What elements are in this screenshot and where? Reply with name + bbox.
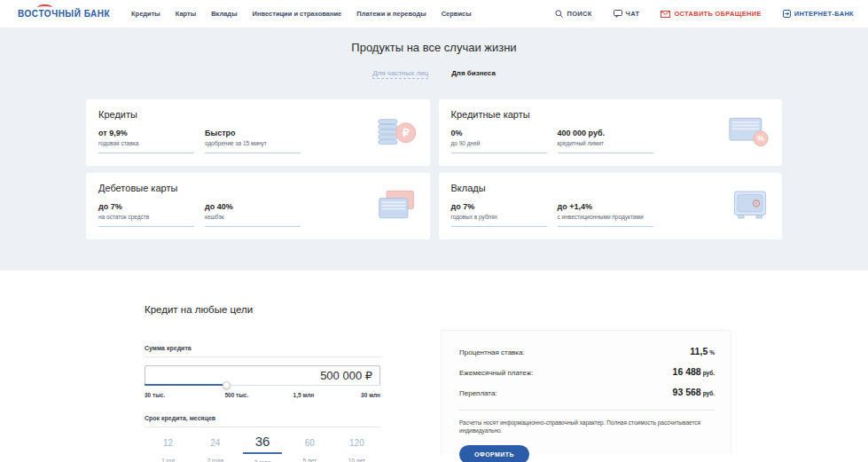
product-card-credit-cards[interactable]: Кредитные карты 0% до 90 дней 400 000 ру… <box>439 99 783 166</box>
product-card-credits[interactable]: Кредиты от 9,9% годовая ставка Быстро од… <box>86 99 430 166</box>
slider-fill <box>145 384 227 386</box>
overpayment-value: 93 568 <box>673 387 701 397</box>
amount-slider[interactable] <box>145 381 380 389</box>
summary-row-monthly-payment: Ежемесячный платеж: 16 488руб. <box>459 366 715 377</box>
card-stat: до 7% годовых в рублях <box>451 202 547 227</box>
card-title: Кредитные карты <box>451 109 770 120</box>
calculation-summary-panel: Процентная ставка: 11,5% Ежемесячный пла… <box>441 330 731 455</box>
card-stat: до 40% кешбэк <box>205 202 301 227</box>
stat-value: до 7% <box>98 202 194 211</box>
logo-arc: ТО <box>38 9 51 19</box>
term-option-36-selected[interactable]: 36 3 года <box>239 434 285 462</box>
top-nav: ВОСТОЧНЫЙ БАНК Кредиты Карты Вклады Инве… <box>0 0 868 27</box>
amount-label: Сумма кредита <box>145 345 380 357</box>
stat-caption: до 90 дней <box>451 140 547 146</box>
tab-individuals[interactable]: Для частных лиц <box>372 69 428 79</box>
card-stat: от 9,9% годовая ставка <box>98 129 194 153</box>
card-stat: Быстро одобрение за 15 минут <box>205 129 301 153</box>
stat-caption: кредитный лимит <box>558 140 653 146</box>
login-icon <box>783 10 791 18</box>
summary-divider <box>459 410 715 411</box>
products-title: Продукты на все случаи жизни <box>0 41 868 54</box>
chat-label: ЧАТ <box>626 10 640 18</box>
debit-cards-icon <box>377 190 418 223</box>
stat-value: до 40% <box>205 202 301 211</box>
term-options: 12 1 год 24 2 года 36 3 года 60 5 лет 12… <box>145 434 380 462</box>
logo-text-left: ВОС <box>18 9 38 19</box>
stat-caption: годовая ставка <box>98 140 194 146</box>
card-stat: до +1,4% с инвестиционными продуктами <box>558 202 653 227</box>
product-cards-grid: Кредиты от 9,9% годовая ставка Быстро од… <box>86 99 782 239</box>
product-card-deposits[interactable]: Вклады до 7% годовых в рублях до +1,4% с… <box>439 173 783 239</box>
chat-button[interactable]: ЧАТ <box>614 10 640 18</box>
term-label: Срок кредита, месяцев <box>145 415 380 427</box>
stat-value: Быстро <box>205 129 301 137</box>
search-icon <box>555 10 563 18</box>
stat-value: 400 000 руб. <box>558 129 653 137</box>
term-option-120[interactable]: 120 10 лет <box>333 434 380 462</box>
menu-item-deposits[interactable]: Вклады <box>211 10 237 18</box>
menu-item-credits[interactable]: Кредиты <box>131 10 160 18</box>
loan-calculator-section: Кредит на любые цели Сумма кредита 30 ты… <box>0 270 868 455</box>
term-option-12[interactable]: 12 1 год <box>145 434 192 462</box>
internet-bank-button[interactable]: ИНТЕРНЕТ-БАНК <box>783 10 854 18</box>
menu-item-investments[interactable]: Инвестиции и страхование <box>253 10 342 18</box>
stat-value: 0% <box>451 129 547 137</box>
calculator-title: Кредит на любые цели <box>145 304 253 315</box>
stat-caption: на остаток средств <box>98 214 194 220</box>
card-title: Дебетовые карты <box>98 183 418 193</box>
payment-value: 16 488 <box>673 366 701 377</box>
svg-text:₽: ₽ <box>402 127 409 139</box>
search-label: ПОИСК <box>567 10 591 18</box>
menu-item-services[interactable]: Сервисы <box>442 10 472 18</box>
rate-unit: % <box>709 349 715 356</box>
card-title: Вклады <box>451 183 770 193</box>
card-stat: 0% до 90 дней <box>451 129 547 153</box>
card-title: Кредиты <box>98 109 418 120</box>
products-section: Продукты на все случаи жизни Для частных… <box>0 27 868 270</box>
summary-row-overpayment: Переплата: 93 568руб. <box>459 387 715 397</box>
slider-handle[interactable] <box>223 381 231 389</box>
feedback-label: ОСТАВИТЬ ОБРАЩЕНИЕ <box>674 10 761 18</box>
scale-tick: 30 млн <box>361 392 380 398</box>
product-card-debit-cards[interactable]: Дебетовые карты до 7% на остаток средств… <box>86 173 430 239</box>
card-stat: 400 000 руб. кредитный лимит <box>558 129 653 153</box>
summary-row-rate: Процентная ставка: 11,5% <box>459 346 715 356</box>
credit-card-percent-icon: % <box>729 116 770 150</box>
calculation-disclaimer: Расчеты носят информационно-справочный х… <box>459 419 715 435</box>
scale-tick: 30 тыс. <box>145 392 165 398</box>
main-menu: Кредиты Карты Вклады Инвестиции и страхо… <box>131 10 472 18</box>
internet-bank-label: ИНТЕРНЕТ-БАНК <box>794 10 854 18</box>
menu-item-cards[interactable]: Карты <box>176 10 196 18</box>
stat-value: до 7% <box>451 202 547 211</box>
audience-tabs: Для частных лиц Для бизнеса <box>0 69 868 79</box>
svg-text:%: % <box>757 134 764 143</box>
tab-business[interactable]: Для бизнеса <box>451 69 496 77</box>
payment-unit: руб. <box>703 370 715 376</box>
stat-caption: с инвестиционными продуктами <box>558 214 653 220</box>
feedback-button[interactable]: ОСТАВИТЬ ОБРАЩЕНИЕ <box>661 10 761 18</box>
chat-icon <box>614 10 622 18</box>
envelope-icon <box>661 11 670 18</box>
scale-tick: 1,5 млн <box>293 392 315 398</box>
stat-caption: годовых в рублях <box>451 214 547 220</box>
overpayment-unit: руб. <box>703 390 715 396</box>
rate-value: 11,5 <box>690 346 708 356</box>
card-stat: до 7% на остаток средств <box>98 202 194 227</box>
logo-text-right: ЧНЫЙ БАНК <box>51 9 110 19</box>
stat-caption: кешбэк <box>205 214 301 220</box>
safe-icon <box>731 190 770 223</box>
calculator-controls: Сумма кредита 30 тыс. 500 тыс. 1,5 млн 3… <box>145 345 380 462</box>
apply-button[interactable]: ОФОРМИТЬ <box>459 445 529 462</box>
bank-logo[interactable]: ВОСТОЧНЫЙ БАНК <box>18 9 110 19</box>
stat-value: до +1,4% <box>558 202 653 211</box>
scale-tick: 500 тыс. <box>224 392 248 398</box>
header-actions: ПОИСК ЧАТ ОСТАВИТЬ ОБРАЩЕНИЕ ИНТЕРНЕТ-БА… <box>555 10 854 18</box>
term-option-60[interactable]: 60 5 лет <box>286 434 333 462</box>
coins-ruble-icon: ₽ <box>377 116 418 150</box>
amount-scale: 30 тыс. 500 тыс. 1,5 млн 30 млн <box>145 392 380 401</box>
search-button[interactable]: ПОИСК <box>555 10 591 18</box>
stat-value: от 9,9% <box>98 129 194 137</box>
menu-item-payments[interactable]: Платежи и переводы <box>356 10 426 18</box>
term-option-24[interactable]: 24 2 года <box>192 434 239 462</box>
